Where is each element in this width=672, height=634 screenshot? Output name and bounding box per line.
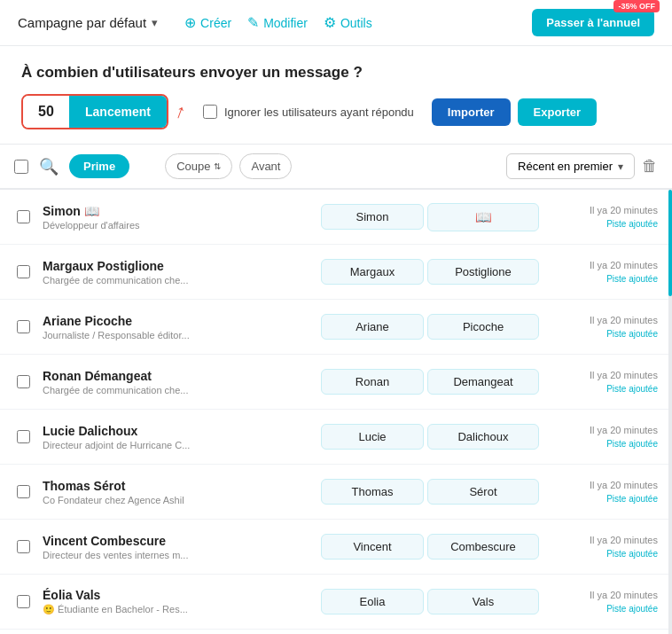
contact-info: Lucie Dalichoux Directeur adjoint de Hur… <box>39 417 319 458</box>
first-name-pill[interactable]: Thomas <box>321 479 424 505</box>
coupe-arrows-icon: ⇅ <box>214 161 221 171</box>
row-checkbox[interactable] <box>17 595 30 608</box>
last-name-pill[interactable]: Demangeat <box>427 369 539 395</box>
last-name-pill[interactable]: Postiglione <box>427 259 539 285</box>
prime-filter-button[interactable]: Prime <box>69 154 129 178</box>
contact-first-field: Simon <box>319 202 426 231</box>
table-row: Ronan Démangeat Chargée de communication… <box>0 355 672 410</box>
row-checkbox-cell <box>7 595 39 608</box>
count-launch-box: Lancement <box>21 94 168 129</box>
first-name-pill[interactable]: Vincent <box>321 534 424 560</box>
contact-name: Thomas Sérot <box>43 479 319 493</box>
row-checkbox[interactable] <box>17 375 30 388</box>
row-checkbox-cell <box>7 265 39 278</box>
arrow-hint-icon: ↑ <box>172 99 189 124</box>
table-row: Margaux Postiglione Chargée de communica… <box>0 245 672 300</box>
contacts-table-wrapper: Simon 📖 Développeur d'affaires Simon 📖 I… <box>0 190 672 634</box>
row-checkbox[interactable] <box>17 430 30 443</box>
row-checkbox-cell <box>7 430 39 443</box>
trash-button[interactable]: 🗑 <box>642 157 658 176</box>
row-checkbox-cell <box>7 485 39 498</box>
count-input[interactable] <box>23 96 69 128</box>
contact-name: Éolia Vals <box>43 588 319 602</box>
import-button[interactable]: Importer <box>432 98 511 126</box>
contact-info: Margaux Postiglione Chargée de communica… <box>39 252 319 293</box>
first-name-pill[interactable]: Eolia <box>321 589 424 614</box>
question-section: À combien d'utilisateurs envoyer un mess… <box>0 46 672 145</box>
tools-button[interactable]: ⚙ Outils <box>324 14 372 31</box>
first-name-pill[interactable]: Ariane <box>321 314 424 340</box>
campaign-selector[interactable]: Campagne par défaut ▾ <box>18 15 158 30</box>
status-badge: Piste ajoutée <box>541 217 658 231</box>
export-button[interactable]: Exporter <box>518 98 597 126</box>
select-all-checkbox[interactable] <box>14 160 28 174</box>
sort-chevron-icon: ▾ <box>618 160 623 173</box>
timestamp-cell: Il ya 20 minutes Piste ajoutée <box>541 423 665 451</box>
contact-last-field: Demangeat <box>426 367 541 396</box>
table-row: Lucie Dalichoux Directeur adjoint de Hur… <box>0 410 672 465</box>
timestamp: Il ya 20 minutes <box>541 368 658 383</box>
status-badge: Piste ajoutée <box>541 602 658 615</box>
timestamp: Il ya 20 minutes <box>541 588 658 603</box>
last-name-pill[interactable]: Dalichoux <box>427 424 539 450</box>
upgrade-badge: -35% OFF <box>613 0 660 12</box>
status-badge: Piste ajoutée <box>541 272 658 286</box>
contact-subtitle: Chargée de communication che... <box>43 275 220 286</box>
first-name-pill[interactable]: Lucie <box>321 424 424 450</box>
contact-first-field: Lucie <box>319 422 426 451</box>
contact-info: Éolia Vals 🙂 Étudiante en Bachelor - Res… <box>39 581 319 622</box>
contact-subtitle: Directeur adjoint de Hurricane C... <box>43 440 220 450</box>
row-checkbox[interactable] <box>17 265 30 278</box>
last-name-pill[interactable]: 📖 <box>427 203 539 231</box>
create-button[interactable]: ⊕ Créer <box>184 14 231 31</box>
first-name-pill[interactable]: Ronan <box>321 369 424 395</box>
row-checkbox[interactable] <box>17 485 30 498</box>
scroll-thumb[interactable] <box>668 190 672 296</box>
upgrade-button[interactable]: -35% OFF Passer à l'annuel <box>532 9 654 36</box>
last-name-pill[interactable]: Picoche <box>427 314 539 340</box>
modify-button[interactable]: ✎ Modifier <box>247 14 308 31</box>
contact-name: Lucie Dalichoux <box>43 424 319 438</box>
contact-last-field: Postiglione <box>426 257 541 286</box>
timestamp-cell: Il ya 20 minutes Piste ajoutée <box>541 203 665 231</box>
first-name-pill[interactable]: Margaux <box>321 259 424 285</box>
row-checkbox-cell <box>7 540 39 553</box>
contact-subtitle: Chargée de communication che... <box>43 385 220 395</box>
edit-icon: ✎ <box>247 14 259 31</box>
contact-last-field: 📖 <box>426 201 541 233</box>
contact-subtitle: Développeur d'affaires <box>43 220 220 231</box>
last-name-pill[interactable]: Combescure <box>427 534 539 560</box>
row-checkbox-cell <box>7 320 39 333</box>
contact-first-field: Margaux <box>319 257 426 286</box>
section-title: À combien d'utilisateurs envoyer un mess… <box>21 64 651 82</box>
row-checkbox[interactable] <box>17 540 30 553</box>
contact-subtitle: 🙂 Étudiante en Bachelor - Res... <box>43 604 220 615</box>
timestamp-cell: Il ya 20 minutes Piste ajoutée <box>541 313 665 341</box>
avant-filter-button[interactable]: Avant <box>239 153 292 179</box>
contact-name: Vincent Combescure <box>43 534 319 548</box>
timestamp-cell: Il ya 20 minutes Piste ajoutée <box>541 533 665 561</box>
contact-first-field: Eolia <box>319 587 426 616</box>
row-checkbox-cell <box>7 375 39 388</box>
ignore-label: Ignorer les utilisateurs ayant répondu <box>224 106 414 119</box>
status-badge: Piste ajoutée <box>541 547 658 560</box>
timestamp: Il ya 20 minutes <box>541 313 658 328</box>
contact-info: Thomas Sérot Co Fondateur chez Agence As… <box>39 472 319 513</box>
first-name-pill[interactable]: Simon <box>321 204 424 230</box>
contact-name: Simon 📖 <box>43 204 319 218</box>
status-badge: Piste ajoutée <box>541 492 658 505</box>
sort-dropdown[interactable]: Récent en premier ▾ <box>506 153 635 179</box>
row-checkbox[interactable] <box>17 320 30 333</box>
contact-info: Vincent Combescure Directeur des ventes … <box>39 527 319 567</box>
last-name-pill[interactable]: Vals <box>427 589 539 614</box>
timestamp-cell: Il ya 20 minutes Piste ajoutée <box>541 258 665 286</box>
search-button[interactable]: 🔍 <box>35 155 62 178</box>
timestamp: Il ya 20 minutes <box>541 203 658 218</box>
contact-name: Margaux Postiglione <box>43 259 319 273</box>
ignore-checkbox[interactable] <box>203 105 217 119</box>
last-name-pill[interactable]: Sérot <box>427 479 539 505</box>
launch-button[interactable]: Lancement <box>69 96 167 128</box>
coupe-filter-button[interactable]: Coupe ⇅ <box>165 153 232 179</box>
row-checkbox[interactable] <box>17 210 30 223</box>
campaign-chevron-icon: ▾ <box>152 16 158 29</box>
